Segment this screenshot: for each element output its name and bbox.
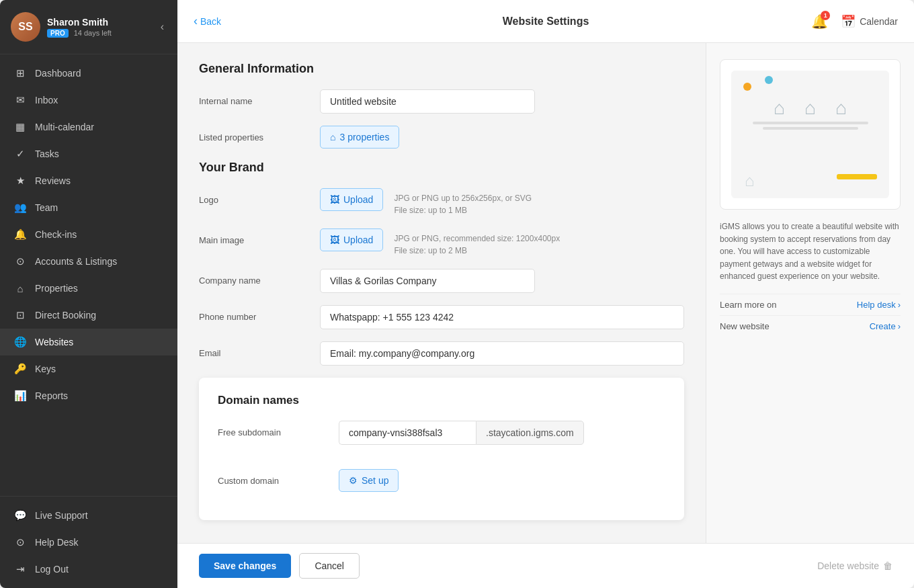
inbox-icon: ✉ [13, 93, 27, 107]
logo-upload-area: 🖼 Upload JPG or PNG up to 256x256px, or … [320, 188, 532, 216]
save-button[interactable]: Save changes [199, 554, 291, 578]
content-area: General Information Internal name Listed… [177, 43, 914, 543]
phone-row: Phone number [199, 305, 684, 329]
preview-house-1: ⌂ [767, 97, 792, 131]
sidebar-item-label: Dashboard [35, 68, 81, 79]
main-image-row: Main image 🖼 Upload JPG or PNG, recommen… [199, 228, 684, 257]
brand-title: Your Brand [199, 161, 684, 175]
team-icon: 👥 [13, 201, 27, 214]
email-input[interactable] [320, 341, 684, 366]
reports-icon: 📊 [13, 389, 27, 403]
logo-label: Logo [199, 188, 320, 205]
sidebar-item-live-support[interactable]: 💬 Live Support [0, 502, 177, 529]
sidebar-item-properties[interactable]: ⌂ Properties [0, 275, 177, 302]
upload-label2: Upload [343, 235, 373, 245]
house-icon-3: ⌂ [835, 97, 847, 119]
sidebar-item-tasks[interactable]: ✓ Tasks [0, 140, 177, 167]
domain-title: Domain names [218, 394, 665, 407]
main-image-upload-hint: JPG or PNG, recommended size: 1200x400px… [394, 228, 560, 257]
preview-dot-orange [743, 83, 751, 91]
calendar-button[interactable]: 📅 Calendar [841, 14, 898, 29]
sidebar-item-label: Tasks [35, 149, 59, 159]
setup-button[interactable]: ⚙ Set up [339, 469, 399, 492]
back-label: Back [200, 16, 221, 27]
listed-properties-label: Listed properties [199, 126, 320, 142]
websites-icon: 🌐 [13, 335, 27, 349]
internal-name-input[interactable] [320, 89, 535, 114]
sidebar-item-multi-calendar[interactable]: ▦ Multi-calendar [0, 114, 177, 140]
sidebar-item-label: Accounts & Listings [35, 256, 117, 267]
preview-house-small: ⌂ [745, 171, 755, 190]
main-image-upload-button[interactable]: 🖼 Upload [320, 228, 383, 251]
create-label: Create [870, 321, 896, 331]
sidebar-item-label: Properties [35, 283, 78, 294]
form-panel: General Information Internal name Listed… [177, 43, 706, 543]
main-image-label: Main image [199, 228, 320, 245]
sidebar-item-team[interactable]: 👥 Team [0, 194, 177, 221]
back-button[interactable]: ‹ Back [194, 14, 221, 28]
sidebar-item-inbox[interactable]: ✉ Inbox [0, 87, 177, 114]
back-arrow-icon: ‹ [194, 14, 198, 28]
sidebar-item-accounts-listings[interactable]: ⊙ Accounts & Listings [0, 248, 177, 275]
subdomain-input[interactable] [339, 421, 476, 445]
sidebar-item-log-out[interactable]: ⇥ Log Out [0, 556, 177, 583]
logo-upload-hint: JPG or PNG up to 256x256px, or SVG File … [394, 188, 532, 216]
delete-label: Delete website [817, 560, 879, 571]
sidebar-item-label: Reports [35, 390, 68, 401]
email-label: Email [199, 341, 320, 358]
preview-bar [837, 174, 877, 179]
calendar-label: Calendar [860, 16, 898, 27]
tasks-icon: ✓ [13, 147, 27, 161]
reviews-icon: ★ [13, 174, 27, 187]
live-support-icon: 💬 [13, 509, 27, 522]
logo-upload-button[interactable]: 🖼 Upload [320, 188, 383, 211]
sidebar-item-reviews[interactable]: ★ Reviews [0, 167, 177, 194]
upload-image-icon: 🖼 [330, 194, 339, 205]
sidebar-item-label: Check-ins [35, 229, 77, 240]
new-website-row: New website Create › [720, 315, 901, 337]
help-desk-icon: ⊙ [13, 536, 27, 549]
main-image-hint-line1: JPG or PNG, recommended size: 1200x400px [394, 233, 560, 245]
phone-input[interactable] [320, 305, 684, 329]
preview-house-3: ⌂ [829, 97, 854, 131]
notification-button[interactable]: 🔔 1 [808, 11, 830, 32]
free-subdomain-row: Free subdomain .staycation.igms.com [218, 421, 665, 457]
collapse-button[interactable]: ‹ [158, 18, 167, 36]
help-desk-link[interactable]: Help desk › [857, 300, 901, 310]
sidebar-item-help-desk[interactable]: ⊙ Help Desk [0, 529, 177, 556]
company-name-row: Company name [199, 269, 684, 293]
sidebar-item-keys[interactable]: 🔑 Keys [0, 355, 177, 382]
user-info: Sharon Smith PRO 14 days left [47, 17, 158, 38]
house-icon-1: ⌂ [774, 97, 785, 119]
new-website-label: New website [720, 321, 770, 331]
create-link[interactable]: Create › [870, 321, 901, 331]
accounts-listings-icon: ⊙ [13, 255, 27, 268]
topbar-right: 🔔 1 📅 Calendar [808, 11, 898, 32]
logo-hint-line1: JPG or PNG up to 256x256px, or SVG [394, 192, 532, 204]
listed-properties-button[interactable]: ⌂ 3 properties [320, 126, 399, 149]
preview-inner: ⌂ ⌂ ⌂ [731, 71, 889, 198]
company-name-input[interactable] [320, 269, 535, 293]
sidebar-item-websites[interactable]: 🌐 Websites [0, 329, 177, 355]
pro-badge: PRO [47, 29, 69, 38]
sidebar-item-check-ins[interactable]: 🔔 Check-ins [0, 221, 177, 248]
properties-count: 3 properties [339, 132, 389, 142]
sidebar-item-dashboard[interactable]: ⊞ Dashboard [0, 60, 177, 87]
right-panel: ⌂ ⌂ ⌂ [706, 43, 914, 543]
learn-more-row: Learn more on Help desk › [720, 294, 901, 315]
help-desk-label: Help desk [857, 300, 896, 310]
company-name-label: Company name [199, 269, 320, 286]
custom-domain-row: Custom domain ⚙ Set up [218, 469, 665, 492]
setup-label: Set up [362, 475, 388, 486]
sidebar-item-direct-booking[interactable]: ⊡ Direct Booking [0, 302, 177, 329]
preview-house-2: ⌂ [798, 97, 823, 131]
cancel-button[interactable]: Cancel [299, 553, 360, 579]
chevron-right-icon: › [898, 300, 901, 310]
email-row: Email [199, 341, 684, 366]
notification-badge: 1 [821, 11, 830, 20]
sidebar-header: SS Sharon Smith PRO 14 days left ‹ [0, 0, 177, 54]
nav-items: ⊞ Dashboard ✉ Inbox ▦ Multi-calendar ✓ T… [0, 54, 177, 496]
delete-website-button[interactable]: Delete website 🗑 [817, 560, 892, 571]
sidebar-item-reports[interactable]: 📊 Reports [0, 382, 177, 409]
log-out-icon: ⇥ [13, 562, 27, 576]
